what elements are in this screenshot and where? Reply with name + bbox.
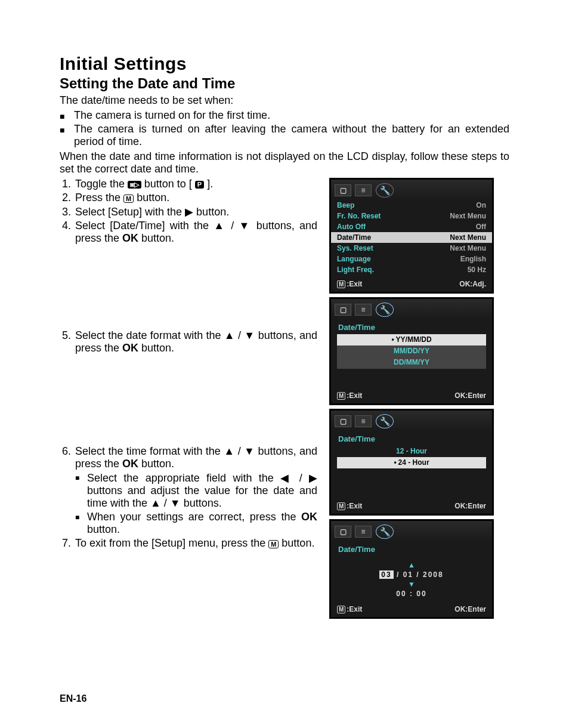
setup-row: Light Freq.50 Hz (337, 264, 486, 275)
day-field: 01 (403, 570, 413, 579)
setup-label: Light Freq. (337, 264, 374, 275)
footer-ok: OK:Enter (454, 605, 486, 613)
text: button. (138, 232, 174, 244)
step-1: Toggle the ◙▷ button to [ P ]. (74, 178, 317, 190)
tab-list-icon: ≡ (355, 526, 372, 538)
lcd-date-format: ▢ ≡ 🔧 Date/Time YY/MM/DD MM/DD/YY DD/MM/… (329, 297, 494, 405)
setup-label: Beep (337, 200, 354, 211)
m-icon: M (337, 280, 345, 288)
step-2: Press the M button. (74, 192, 317, 204)
time-row: 00 : 00 (331, 590, 492, 598)
camera-play-icon: ◙▷ (128, 181, 141, 189)
text: button. (138, 458, 174, 470)
bullet-item: The camera is turned on for the first ti… (74, 109, 509, 122)
text: Toggle the (75, 178, 128, 190)
tab-list-icon: ≡ (355, 415, 372, 427)
setup-row: BeepOn (337, 200, 486, 211)
tab-list-icon: ≡ (355, 184, 372, 196)
month-field: 03 (379, 570, 393, 579)
footer-exit: M:Exit (337, 391, 362, 400)
year-field: 2008 (423, 570, 444, 579)
step-6: Select the time format with the ▲ / ▼ bu… (74, 445, 317, 536)
paragraph: When the date and time information is no… (60, 150, 509, 175)
menu-title: Date/Time (331, 431, 492, 446)
setup-label: Fr. No. Reset (337, 211, 381, 221)
menu-item: 12 - Hour (337, 446, 486, 457)
text: Select the date format with the ▲ / ▼ bu… (75, 329, 317, 354)
text: button. (87, 523, 120, 535)
footer-exit: M:Exit (337, 280, 362, 288)
setup-value: Off (476, 221, 486, 232)
menu-item: YY/MM/DD (337, 334, 486, 346)
ok-label: OK (122, 342, 138, 354)
down-arrow-icon: ▼ (331, 580, 492, 588)
text: button. (279, 537, 314, 549)
up-arrow-icon: ▲ (331, 561, 492, 569)
footer-exit: M:Exit (337, 605, 362, 613)
setup-label: Language (337, 254, 371, 264)
m-icon: M (337, 502, 345, 510)
step-4: Select [Date/Time] with the ▲ / ▼ button… (74, 220, 317, 328)
setup-value: English (460, 254, 486, 264)
text: :Exit (347, 502, 362, 510)
tab-list-icon: ≡ (355, 304, 372, 316)
setup-value: Next Menu (450, 232, 486, 243)
setup-row: LanguageEnglish (337, 254, 486, 264)
footer-ok: OK:Enter (454, 391, 486, 400)
footer-ok: OK:Adj. (459, 280, 486, 288)
section-title: Setting the Date and Time (60, 75, 509, 92)
setup-row: Sys. ResetNext Menu (337, 243, 486, 254)
setup-label: Date/Time (337, 232, 371, 243)
setup-row: Auto OffOff (337, 221, 486, 232)
lcd-setup-menu: ▢ ≡ 🔧 BeepOnFr. No. ResetNext MenuAuto O… (329, 178, 494, 294)
m-button-icon: M (268, 540, 279, 548)
step-7: To exit from the [Setup] menu, press the… (74, 537, 317, 550)
setup-label: Sys. Reset (337, 243, 373, 254)
footer-ok: OK:Enter (454, 502, 486, 510)
text: Press the (75, 192, 123, 203)
text: To exit from the [Setup] menu, press the (75, 537, 268, 549)
date-row: 03 / 01 / 2008 (331, 570, 492, 579)
text: :Exit (347, 391, 362, 400)
ok-label: OK (122, 458, 138, 470)
tab-camera-icon: ▢ (335, 526, 351, 538)
step-3: Select [Setup] with the ▶ button. (74, 205, 317, 218)
lcd-datetime-edit: ▢ ≡ 🔧 Date/Time ▲ 03 / 01 / 2008 ▼ 00 : … (329, 519, 494, 619)
intro-text: The date/time needs to be set when: (60, 94, 509, 107)
text: button to [ (141, 178, 195, 190)
text: :Exit (347, 605, 362, 613)
menu-item: DD/MM/YY (337, 357, 486, 368)
tab-setup-icon: 🔧 (375, 182, 394, 199)
minute-field: 00 (416, 590, 426, 598)
m-icon: M (337, 392, 345, 400)
p-mode-icon: P (195, 181, 204, 189)
setup-row: Fr. No. ResetNext Menu (337, 211, 486, 221)
menu-title: Date/Time (331, 319, 492, 334)
text: Select the time format with the ▲ / ▼ bu… (75, 445, 317, 470)
m-icon: M (337, 606, 345, 613)
setup-value: Next Menu (450, 211, 486, 221)
m-button-icon: M (123, 195, 134, 203)
text: :Exit (347, 280, 362, 288)
setup-label: Auto Off (337, 221, 366, 232)
text: button. (138, 342, 174, 354)
menu-item: MM/DD/YY (337, 346, 486, 357)
setup-value: On (476, 200, 486, 211)
tab-setup-icon: 🔧 (375, 523, 394, 540)
text: Select [Date/Time] with the ▲ / ▼ button… (75, 220, 317, 244)
text: 24 - Hour (398, 458, 429, 467)
text: ]. (204, 178, 213, 190)
menu-item: 24 - Hour (337, 457, 486, 468)
tab-setup-icon: 🔧 (375, 301, 394, 318)
setup-row: Date/TimeNext Menu (331, 232, 492, 243)
tab-camera-icon: ▢ (335, 184, 351, 196)
menu-title: Date/Time (331, 541, 492, 556)
ok-label: OK (301, 511, 317, 523)
lcd-time-format: ▢ ≡ 🔧 Date/Time 12 - Hour 24 - Hour M:Ex… (329, 409, 494, 516)
text: YY/MM/DD (396, 335, 432, 344)
setup-value: 50 Hz (468, 264, 486, 275)
ok-label: OK (122, 232, 138, 244)
bullet-item: The camera is turned on after leaving th… (74, 123, 509, 148)
footer-exit: M:Exit (337, 502, 362, 510)
setup-value: Next Menu (450, 243, 486, 254)
